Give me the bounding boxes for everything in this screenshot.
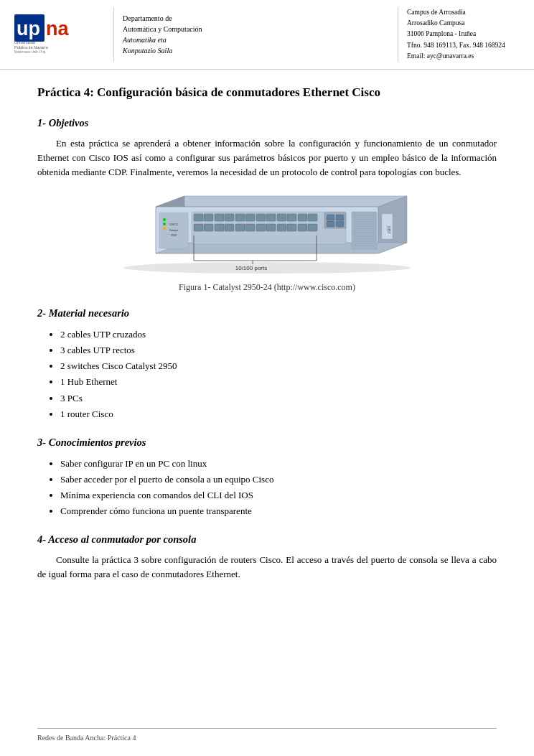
campus-line4: Tfno. 948 169113, Fax. 948 168924 [407,40,520,51]
svg-text:CISCO: CISCO [169,223,179,226]
svg-rect-21 [204,214,213,221]
svg-rect-41 [287,224,296,231]
svg-rect-33 [204,224,213,231]
list-item: Saber acceder por el puerto de consola a… [60,472,497,487]
svg-rect-42 [298,224,307,231]
svg-point-16 [163,218,166,221]
svg-rect-24 [235,214,245,221]
list-item: 3 cables UTP rectos [60,342,497,358]
svg-rect-35 [225,224,234,231]
section-2-list: 2 cables UTP cruzados 3 cables UTP recto… [60,327,497,422]
list-item: 1 Hub Ethernet [60,374,497,390]
dept-line4: Konputazio Saila [123,45,398,56]
svg-text:1357: 1357 [387,226,391,234]
section-4-content: Consulte la práctica 3 sobre configuraci… [37,553,497,582]
dept-line2: Automática y Computación [123,24,398,34]
svg-rect-45 [327,215,334,220]
main-content: Práctica 4: Configuración básica de conm… [0,70,534,610]
section-2-title: 2- Material necesario [37,307,497,319]
svg-rect-38 [256,224,266,231]
campus-line5: Email: ayc@unavarra.es [407,51,520,62]
svg-text:na: na [46,18,69,39]
list-item: Mínima experiencia con comandos del CLI … [60,487,497,503]
catalyst-switch-svg: CISCO Catalyst 2950 [113,192,421,275]
campus-area: Campus de Arrosadía Arrosadiko Campusa 3… [398,7,520,62]
upna-logo-svg: up na Universidad Pública de Navarra Naf… [14,14,86,54]
header: up na Universidad Pública de Navarra Naf… [0,0,534,70]
list-item: Comprender cómo funciona un puente trans… [60,503,497,519]
svg-rect-46 [336,215,344,220]
svg-rect-29 [287,214,296,221]
section-4-title: 4- Acceso al conmutador por consola [37,533,497,546]
section-1-title: 1- Objetivos [37,117,497,129]
svg-rect-32 [194,224,203,231]
figure-area: CISCO Catalyst 2950 [37,192,497,293]
svg-rect-43 [308,224,317,231]
dept-area: Departamento de Automática y Computación… [113,7,398,62]
section-3-title: 3- Conocimientos previos [37,437,497,449]
svg-rect-25 [245,214,255,221]
switch-diagram: CISCO Catalyst 2950 [113,192,421,278]
svg-rect-23 [225,214,234,221]
list-item: Saber configurar IP en un PC con linux [60,456,497,472]
svg-text:Universidad: Universidad [14,40,35,45]
footer: Redes de Banda Ancha: Práctica 4 [37,728,497,743]
logo-area: up na Universidad Pública de Navarra Naf… [14,7,100,62]
list-item: 2 cables UTP cruzados [60,327,497,342]
logo-img: up na Universidad Pública de Navarra Naf… [14,14,86,54]
svg-rect-48 [336,221,344,227]
list-item: 3 PCs [60,391,497,406]
svg-rect-28 [277,214,286,221]
svg-rect-26 [256,214,266,221]
svg-marker-7 [156,196,407,207]
section-3-list: Saber configurar IP en un PC con linux S… [60,456,497,519]
logo-block: up na Universidad Pública de Navarra Naf… [14,14,86,54]
campus-line2: Arrosadiko Campusa [407,18,520,29]
svg-text:10/100 ports: 10/100 ports [235,265,267,271]
svg-text:2950: 2950 [171,234,177,237]
svg-text:Catalyst: Catalyst [169,229,179,232]
list-item: 1 router Cisco [60,406,497,422]
svg-rect-34 [215,224,224,231]
svg-rect-30 [298,214,307,221]
dept-line1: Departamento de [123,13,398,24]
main-title: Práctica 4: Configuración básica de conm… [37,84,497,101]
svg-rect-22 [215,214,224,221]
page: up na Universidad Pública de Navarra Naf… [0,0,534,756]
svg-text:Nafarroako Unib. Pub.: Nafarroako Unib. Pub. [14,50,47,54]
dept-line3: Automatika eta [123,34,398,45]
list-item: 2 switches Cisco Catalyst 2950 [60,358,497,374]
campus-line3: 31006 Pamplona - Iruñea [407,29,520,39]
svg-rect-31 [308,214,317,221]
svg-rect-27 [266,214,276,221]
footer-text: Redes de Banda Ancha: Práctica 4 [37,734,136,742]
svg-text:up: up [17,18,40,39]
svg-rect-40 [277,224,286,231]
section-1-content: En esta práctica se aprenderá a obtener … [37,136,497,179]
svg-rect-37 [245,224,255,231]
svg-rect-36 [235,224,245,231]
svg-point-17 [163,223,166,225]
svg-rect-20 [194,214,203,221]
svg-point-18 [163,227,166,230]
svg-rect-39 [266,224,276,231]
svg-rect-47 [327,221,334,227]
figure-caption: Figura 1- Catalyst 2950-24 (http://www.c… [179,282,355,293]
campus-line1: Campus de Arrosadía [407,7,520,18]
svg-text:Pública de Navarra: Pública de Navarra [14,45,49,50]
